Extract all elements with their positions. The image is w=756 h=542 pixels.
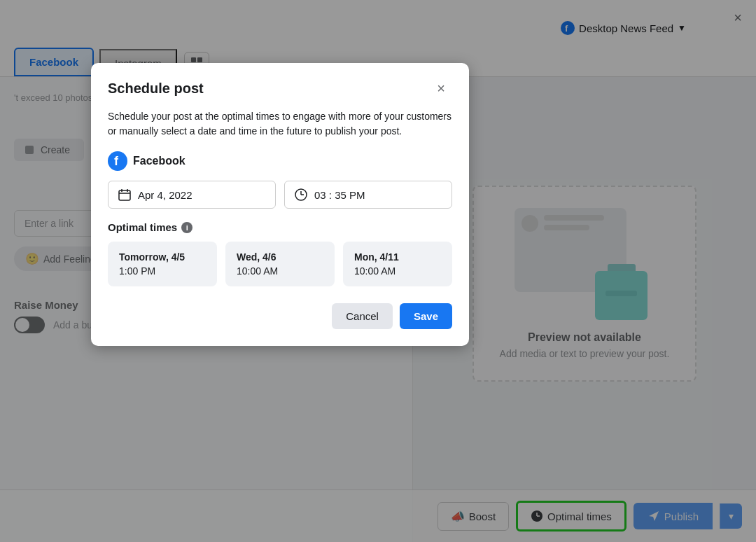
modal-title: Schedule post: [108, 81, 204, 97]
calendar-icon: [118, 188, 131, 201]
time-option-1[interactable]: Wed, 4/6 10:00 AM: [225, 242, 335, 286]
time-option-2[interactable]: Mon, 4/11 10:00 AM: [343, 242, 452, 286]
info-icon: i: [181, 222, 192, 233]
svg-rect-12: [119, 190, 130, 200]
time-field[interactable]: 03 : 35 PM: [284, 181, 452, 209]
time-option-0-day: Tomorrow, 4/5: [119, 251, 206, 263]
time-icon: [295, 188, 307, 201]
time-option-1-time: 10:00 AM: [237, 265, 323, 277]
facebook-logo-icon: f: [108, 151, 127, 171]
time-option-0-time: 1:00 PM: [119, 265, 206, 277]
datetime-row: Apr 4, 2022 03 : 35 PM: [108, 181, 452, 209]
cancel-button[interactable]: Cancel: [332, 303, 393, 329]
platform-name: Facebook: [133, 155, 186, 167]
schedule-post-modal: Schedule post × Schedule your post at th…: [91, 63, 469, 346]
save-button[interactable]: Save: [400, 303, 452, 329]
date-value: Apr 4, 2022: [138, 189, 192, 201]
svg-text:f: f: [114, 154, 119, 168]
time-option-0[interactable]: Tomorrow, 4/5 1:00 PM: [108, 242, 217, 286]
time-options-row: Tomorrow, 4/5 1:00 PM Wed, 4/6 10:00 AM …: [108, 242, 452, 286]
modal-overlay: Schedule post × Schedule your post at th…: [0, 0, 756, 542]
time-value: 03 : 35 PM: [314, 189, 365, 201]
modal-header: Schedule post ×: [108, 77, 452, 99]
modal-close-button[interactable]: ×: [430, 77, 452, 99]
modal-platform: f Facebook: [108, 151, 452, 171]
date-field[interactable]: Apr 4, 2022: [108, 181, 276, 209]
time-option-2-time: 10:00 AM: [354, 265, 441, 277]
modal-footer: Cancel Save: [108, 303, 452, 329]
optimal-times-section-label: Optimal times i: [108, 221, 452, 233]
modal-description: Schedule your post at the optimal times …: [108, 109, 452, 139]
time-option-2-day: Mon, 4/11: [354, 251, 441, 263]
time-option-1-day: Wed, 4/6: [237, 251, 323, 263]
